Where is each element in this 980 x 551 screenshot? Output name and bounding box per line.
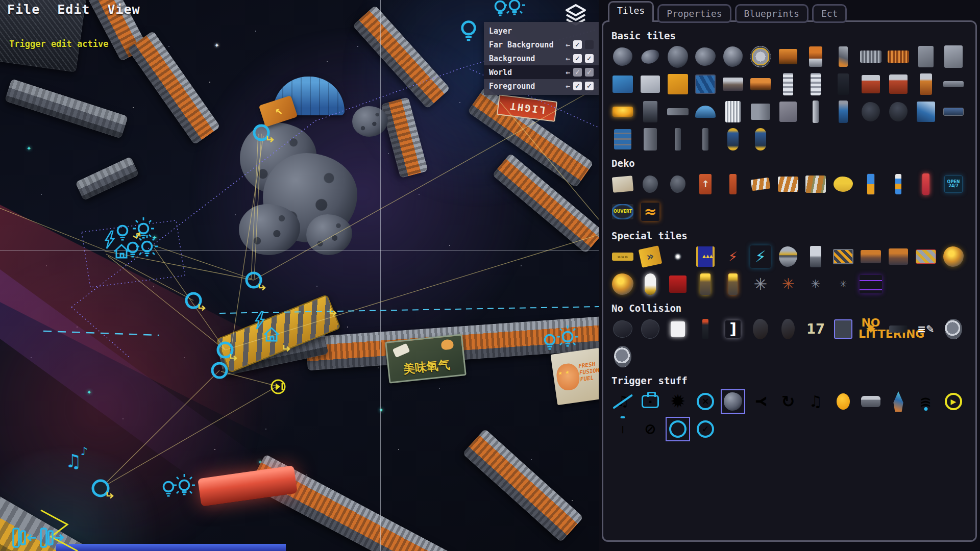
- tile-metal-beam[interactable]: [667, 101, 689, 123]
- tile-chevron-fan[interactable]: »: [639, 245, 662, 268]
- tile-tank-capsule[interactable]: [722, 128, 744, 151]
- tile-crane-claw[interactable]: [832, 45, 854, 68]
- tab-properties[interactable]: Properties: [657, 4, 731, 23]
- tile-sign-no-littering[interactable]: ✸NO LITTERING: [860, 318, 882, 340]
- trigger-node[interactable]: [93, 481, 108, 496]
- layer-move-arrow[interactable]: ←: [566, 68, 570, 77]
- tile-machine-box[interactable]: [639, 101, 662, 123]
- layer-visibility-checkbox[interactable]: ✓: [573, 68, 582, 77]
- menu-edit[interactable]: Edit: [57, 2, 90, 17]
- tile-rock-gold[interactable]: [942, 245, 965, 268]
- tile-wreck-orange[interactable]: [860, 245, 882, 268]
- tile-window-grid[interactable]: [611, 128, 634, 151]
- layer-visibility-checkbox[interactable]: ✓: [573, 54, 582, 63]
- bulb-icon[interactable]: [496, 2, 505, 16]
- tile-mine-spiked[interactable]: ✳: [749, 273, 772, 295]
- music-notes-icon[interactable]: ♫: [65, 450, 82, 471]
- tile-wire-sprite-2[interactable]: [639, 318, 662, 340]
- tile-dome-blue[interactable]: [694, 101, 717, 123]
- tile-pillar-dark[interactable]: [832, 73, 854, 95]
- tile-porthole-2[interactable]: [611, 345, 634, 368]
- tile-panel-blue[interactable]: [611, 73, 634, 95]
- tile-trigger-ellipse[interactable]: [667, 418, 689, 440]
- tile-corrugated-orange[interactable]: [887, 45, 910, 68]
- lightning-trigger-icon[interactable]: [106, 231, 114, 248]
- tab-ect[interactable]: Ect: [812, 4, 847, 23]
- tile-asteroid-gold[interactable]: [611, 273, 634, 295]
- tile-panel-white[interactable]: [639, 73, 662, 95]
- tile-girder-white[interactable]: [777, 73, 799, 95]
- layer-move-arrow[interactable]: ←: [566, 82, 570, 91]
- bulb-lit-icon[interactable]: [557, 325, 578, 346]
- tile-rubble-grey[interactable]: [722, 73, 744, 95]
- tile-neon-motel[interactable]: [887, 173, 910, 195]
- tile-pillar-blue[interactable]: [832, 101, 854, 123]
- tile-trigger-mute[interactable]: ♫: [611, 390, 634, 413]
- bulb-icon[interactable]: [545, 335, 555, 349]
- tile-plate-grey-large[interactable]: [942, 45, 965, 68]
- tile-porthole[interactable]: [942, 318, 965, 340]
- tile-trigger-loop[interactable]: ↻: [777, 390, 799, 413]
- tile-sign-hazard-arrow[interactable]: [915, 245, 937, 268]
- tile-mine-spiked-red[interactable]: ✳: [777, 273, 799, 295]
- tile-hazard-crate[interactable]: [832, 245, 854, 268]
- tile-lantern-flame[interactable]: [722, 273, 744, 295]
- layer-row-foreground[interactable]: Foreground←✓✓: [484, 79, 599, 93]
- layer-visibility-checkbox[interactable]: ✓: [585, 82, 594, 90]
- tab-blueprints[interactable]: Blueprints: [735, 4, 808, 23]
- layer-visibility-checkbox[interactable]: ✓: [573, 40, 582, 49]
- music-note-icon[interactable]: ♪: [81, 445, 88, 458]
- tile-girder-white-2[interactable]: [804, 73, 827, 95]
- tile-trigger-ship[interactable]: [887, 390, 910, 413]
- tile-debris-sprite-2[interactable]: [777, 318, 799, 340]
- piston-left-icon[interactable]: [13, 529, 36, 547]
- lightning-trigger-icon[interactable]: [256, 312, 264, 329]
- tile-glow-bar[interactable]: [611, 101, 634, 123]
- tile-debris-sprite[interactable]: [749, 318, 772, 340]
- bulb-icon[interactable]: [118, 226, 128, 240]
- tile-trigger-check[interactable]: ✓: [694, 418, 717, 440]
- tile-saw-disc[interactable]: [749, 45, 772, 68]
- bulb-lit-icon[interactable]: [133, 217, 154, 238]
- tile-bench-small[interactable]: [942, 73, 965, 95]
- tile-panel-hex-blue[interactable]: [694, 73, 717, 95]
- tile-panel-orange[interactable]: [667, 73, 689, 95]
- tile-number-17[interactable]: 17: [804, 318, 827, 340]
- tile-sign-arrow-red[interactable]: ↑: [694, 173, 717, 195]
- bulb-icon[interactable]: [128, 243, 138, 257]
- bulb-lit-icon[interactable]: [174, 474, 195, 494]
- tile-neon-red-vertical[interactable]: [915, 173, 937, 195]
- layer-visibility-checkbox[interactable]: ✓: [585, 54, 594, 63]
- house-trigger-icon[interactable]: [114, 245, 129, 258]
- tile-neon-ouvert[interactable]: OUVERT: [611, 201, 634, 223]
- tile-spark-dot[interactable]: [667, 245, 689, 268]
- bulb-icon[interactable]: [462, 21, 475, 40]
- tile-pylon-orange[interactable]: [804, 45, 827, 68]
- tile-glass-wedge[interactable]: [915, 101, 937, 123]
- tile-trigger-play[interactable]: ▶: [942, 390, 965, 413]
- tile-trigger-camera[interactable]: ▪: [639, 390, 662, 413]
- tile-slab-grey[interactable]: [777, 101, 799, 123]
- tile-conveyor-strip[interactable]: »»»: [611, 245, 634, 268]
- tile-boost-banner[interactable]: ▲▲▲: [694, 245, 717, 268]
- layer-row-far-background[interactable]: Far Background←✓: [484, 38, 599, 52]
- editor-viewport[interactable]: ✦ ✦ ✦ ✦ ✦ ✦ ✦ ↑ 美味氧气 ★★ FRESH FUSION FUE…: [0, 0, 599, 551]
- tile-solar-panel[interactable]: [942, 101, 965, 123]
- layer-row-background[interactable]: Background←✓✓: [484, 52, 599, 65]
- tile-notes-edit[interactable]: ≡✎: [915, 318, 937, 340]
- tile-pipe-thin-2[interactable]: [694, 128, 717, 151]
- tile-poster-fusion-fuel[interactable]: [611, 173, 634, 195]
- tile-plate-grey[interactable]: [915, 45, 937, 68]
- tile-asteroid-5[interactable]: [722, 45, 744, 68]
- layer-move-arrow[interactable]: ←: [566, 40, 570, 49]
- tile-lamp-hook[interactable]: [639, 173, 662, 195]
- tile-sign-sushi-hat[interactable]: [832, 173, 854, 195]
- layer-visibility-checkbox[interactable]: ✓: [585, 68, 594, 77]
- tile-sign-chevron-camo[interactable]: [804, 173, 827, 195]
- house-trigger-icon[interactable]: [264, 328, 279, 341]
- tile-mine-small-2[interactable]: ✳: [832, 273, 854, 295]
- tile-pipe-tee[interactable]: [639, 128, 662, 151]
- tile-rubble-orange[interactable]: [749, 73, 772, 95]
- tile-square-red[interactable]: [667, 273, 689, 295]
- menu-file[interactable]: File: [7, 2, 40, 17]
